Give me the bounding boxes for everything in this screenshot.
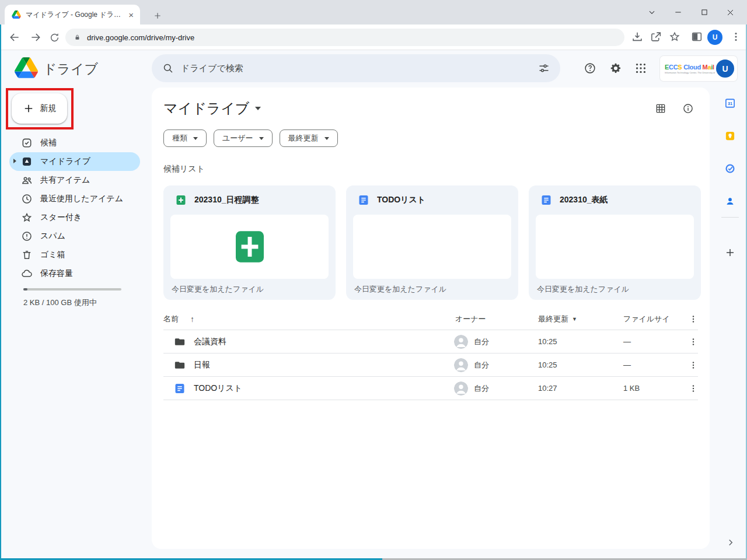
owner-avatar [454,330,468,353]
people-icon [21,174,33,186]
account-avatar[interactable]: U [716,60,734,78]
filter-chip-people[interactable]: ユーザー [214,130,273,147]
storage-progress-bar [23,288,121,290]
column-header-owner[interactable]: オーナー [455,308,486,330]
search-input[interactable]: ドライブで検索 [152,54,560,82]
side-panel-icon[interactable] [690,30,703,43]
sidebar-item-shared[interactable]: 共有アイテム [9,171,140,190]
owner-name: 自分 [474,330,489,353]
sidebar-item-label: スター付き [40,212,82,223]
suggestion-card[interactable]: 202310_表紙 今日変更を加えたファイル [529,186,701,300]
sidebar-item-label: マイドライブ [40,156,90,167]
app-name: ドライブ [43,60,98,78]
tasks-icon[interactable] [725,163,735,174]
browser-profile-avatar[interactable]: U [707,30,722,45]
card-file-name: TODOリスト [377,195,425,205]
table-row[interactable]: 日報 自分 10:25 — [163,354,698,377]
page-title[interactable]: マイドライブ [163,99,261,118]
address-bar[interactable]: drive.google.com/drive/my-drive [65,29,624,46]
help-icon[interactable] [583,61,597,75]
back-button[interactable] [7,30,22,45]
badge-subtitle: Information Technology Center, The Unive… [665,71,715,74]
add-addon-plus-icon[interactable] [725,247,735,258]
sidebar-item-label: 共有アイテム [40,175,90,186]
screenshot-edge-left [0,24,1,560]
filter-chip-modified[interactable]: 最終更新 [280,130,338,147]
column-header-name[interactable]: 名前 [163,308,179,330]
check-square-icon [21,137,33,149]
sidebar-item-starred[interactable]: スター付き [9,208,140,227]
forward-button[interactable] [28,30,43,45]
sort-descending-icon: ▼ [572,316,577,322]
sidebar-item-spam[interactable]: スパム [9,227,140,246]
cloud-icon [21,268,33,279]
reload-button[interactable] [47,30,62,45]
table-row[interactable]: 会議資料 自分 10:25 — [163,330,698,354]
info-icon[interactable] [682,103,695,116]
sidebar-item-label: 候補 [40,138,57,148]
hide-side-panel-chevron-icon[interactable] [725,537,736,548]
tab-search-chevron-icon[interactable] [638,3,665,22]
card-caption: 今日変更を加えたファイル [163,279,336,300]
expander-triangle-icon[interactable] [13,159,16,163]
sidebar-item-suggested[interactable]: 候補 [9,134,140,152]
sidebar-item-my-drive[interactable]: マイドライブ [9,152,140,171]
calendar-icon[interactable]: 31 [725,98,735,108]
owner-name: 自分 [474,377,489,400]
search-options-tune-icon[interactable] [538,62,550,74]
row-options-kebab-icon[interactable] [686,377,700,400]
bookmark-star-icon[interactable] [668,30,681,43]
filter-chip-type[interactable]: 種類 [163,130,207,147]
table-options-kebab-icon[interactable] [686,308,700,330]
browser-menu-kebab-icon[interactable] [729,30,742,43]
card-preview [353,215,511,279]
table-row[interactable]: TODOリスト 自分 10:27 1 KB [163,377,698,400]
apps-grid-icon[interactable] [634,61,648,75]
column-header-size[interactable]: ファイルサイ [623,308,670,330]
maximize-button[interactable] [691,3,717,22]
sidebar-item-storage[interactable]: 保存容量 [9,264,140,283]
sort-ascending-icon[interactable]: ↑ [190,308,194,330]
new-tab-button[interactable] [149,8,166,24]
file-name[interactable]: 日報 [194,354,210,376]
row-options-kebab-icon[interactable] [686,354,700,376]
contacts-icon[interactable] [725,196,735,206]
sidebar-item-trash[interactable]: ゴミ箱 [9,246,140,264]
docs-file-icon [174,377,186,400]
sidebar-item-label: ゴミ箱 [40,250,65,260]
owner-name: 自分 [474,354,489,376]
sidebar-item-recent[interactable]: 最近使用したアイテム [9,190,140,208]
owner-avatar [454,354,468,376]
file-name[interactable]: 会議資料 [194,330,226,353]
tab-close-icon[interactable]: × [127,10,135,19]
new-button[interactable]: 新規 [12,93,67,124]
sidebar-item-label: スパム [40,231,65,242]
modified-time: 10:25 [538,354,557,376]
file-table-header: 名前 ↑ オーナー 最終更新▼ ファイルサイ [163,308,698,330]
close-button[interactable] [717,3,743,22]
suggestion-card[interactable]: 202310_日程調整 今日変更を加えたファイル [163,186,336,300]
browser-tab[interactable]: マイドライブ - Google ドライブ × [5,5,140,24]
main-content-panel: マイドライブ 種類 ユーザー 最終更新 候補リスト 202310_日程調整 今日… [152,88,710,549]
card-file-name: 202310_表紙 [560,195,608,205]
file-name[interactable]: TODOリスト [194,377,242,400]
minimize-button[interactable] [665,3,691,22]
storage-usage-text: 2 KB / 100 GB 使用中 [23,298,97,308]
docs-file-icon [540,194,552,206]
download-icon[interactable] [631,30,644,43]
side-strip-divider [721,217,739,218]
column-header-modified[interactable]: 最終更新▼ [538,308,577,330]
account-badge[interactable]: ECCS Cloud Mail Information Technology C… [660,56,737,81]
share-icon[interactable] [650,30,662,43]
card-caption: 今日変更を加えたファイル [529,279,701,300]
grid-view-icon[interactable] [655,103,668,116]
card-file-name: 202310_日程調整 [194,195,259,205]
docs-file-icon [358,194,369,206]
card-preview [170,215,329,279]
caret-down-icon [255,107,261,110]
row-options-kebab-icon[interactable] [686,330,700,353]
file-size: 1 KB [623,377,640,400]
keep-icon[interactable] [725,131,735,141]
suggestion-card[interactable]: TODOリスト 今日変更を加えたファイル [346,186,518,300]
settings-gear-icon[interactable] [609,61,623,75]
